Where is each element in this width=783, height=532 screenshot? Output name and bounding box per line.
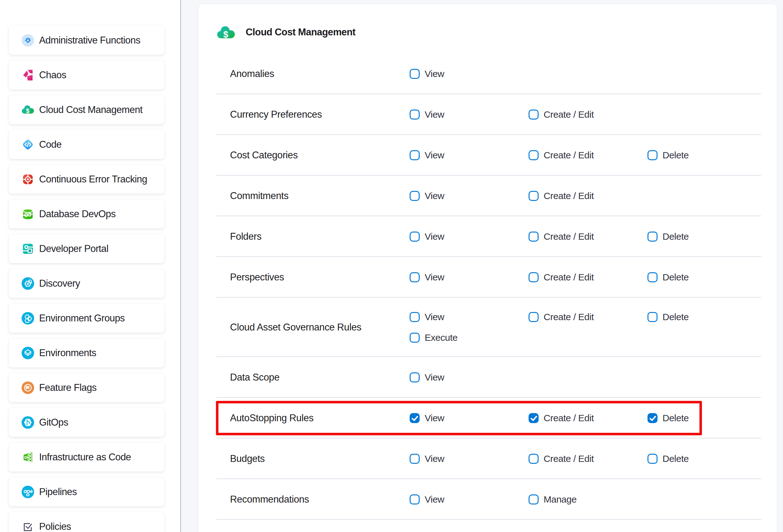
permission-label[interactable]: Delete [662, 312, 689, 322]
permission-label[interactable]: View [425, 150, 444, 160]
permission-rows: AnomaliesViewCurrency PreferencesViewCre… [198, 54, 777, 520]
permission-delete[interactable]: Delete [648, 150, 689, 160]
permission-delete[interactable]: Delete [648, 413, 689, 424]
sidebar-item-environments[interactable]: Environments [9, 338, 164, 367]
permission-view[interactable]: View [410, 150, 444, 160]
permission-view[interactable]: View [410, 109, 444, 120]
sidebar-item-infrastructure-as-code[interactable]: Infrastructure as Code [9, 442, 164, 472]
sidebar-item-feature-flags[interactable]: Feature Flags [9, 373, 164, 402]
permission-label[interactable]: View [425, 312, 444, 322]
checkbox-unchecked[interactable] [410, 191, 420, 201]
permission-create-edit[interactable]: Create / Edit [529, 272, 594, 283]
permission-row-perspectives: PerspectivesViewCreate / EditDelete [198, 257, 777, 298]
sidebar-item-continuous-error-tracking[interactable]: Continuous Error Tracking [9, 165, 164, 194]
permission-delete[interactable]: Delete [648, 453, 689, 464]
permission-label[interactable]: View [425, 453, 444, 464]
permission-view[interactable]: View [410, 372, 444, 383]
permission-label[interactable]: View [425, 109, 444, 120]
checkbox-unchecked[interactable] [529, 312, 539, 322]
checkbox-unchecked[interactable] [410, 372, 420, 382]
permission-label[interactable]: Create / Edit [543, 231, 594, 242]
sidebar-item-pipelines[interactable]: Pipelines [9, 477, 164, 506]
checkbox-unchecked[interactable] [410, 69, 420, 79]
checkbox-checked[interactable] [410, 413, 420, 423]
checkbox-unchecked[interactable] [410, 333, 420, 343]
checkbox-checked[interactable] [648, 413, 658, 423]
permission-label[interactable]: View [425, 231, 444, 242]
permission-label[interactable]: Delete [662, 272, 689, 283]
permission-create-edit[interactable]: Create / Edit [529, 413, 594, 424]
permission-delete[interactable]: Delete [648, 312, 689, 322]
permission-label[interactable]: View [425, 191, 444, 201]
permission-create-edit[interactable]: Create / Edit [529, 312, 594, 322]
checkbox-unchecked[interactable] [410, 312, 420, 322]
checkbox-unchecked[interactable] [529, 109, 539, 120]
checkbox-unchecked[interactable] [529, 495, 539, 504]
checkbox-unchecked[interactable] [529, 272, 539, 282]
permission-label[interactable]: Create / Edit [543, 109, 594, 120]
sidebar-item-discovery[interactable]: Discovery [9, 269, 164, 298]
sidebar-item-chaos[interactable]: Chaos [9, 60, 164, 90]
permission-label[interactable]: Create / Edit [543, 453, 594, 464]
permission-view[interactable]: View [410, 453, 444, 464]
checkbox-unchecked[interactable] [410, 272, 420, 282]
permission-create-edit[interactable]: Create / Edit [529, 231, 594, 242]
checkbox-unchecked[interactable] [648, 150, 658, 160]
checkbox-unchecked[interactable] [529, 454, 539, 464]
permission-manage[interactable]: Manage [529, 494, 576, 505]
permission-view[interactable]: View [410, 68, 444, 79]
checkbox-unchecked[interactable] [410, 454, 420, 464]
permission-create-edit[interactable]: Create / Edit [529, 150, 594, 160]
permission-label[interactable]: Create / Edit [543, 312, 594, 322]
checkbox-unchecked[interactable] [410, 109, 420, 120]
permission-label[interactable]: Create / Edit [543, 413, 594, 424]
permission-label[interactable]: View [425, 372, 444, 383]
checkbox-unchecked[interactable] [529, 231, 539, 242]
checkbox-unchecked[interactable] [410, 150, 420, 160]
checkbox-unchecked[interactable] [648, 231, 658, 242]
permission-label[interactable]: Delete [662, 150, 689, 160]
checkbox-unchecked[interactable] [410, 495, 420, 504]
permission-create-edit[interactable]: Create / Edit [529, 109, 594, 120]
permission-delete[interactable]: Delete [648, 272, 689, 283]
permission-execute[interactable]: Execute [410, 332, 458, 343]
checkbox-unchecked[interactable] [529, 191, 539, 201]
checkbox-unchecked[interactable] [648, 312, 658, 322]
permission-view[interactable]: View [410, 494, 444, 505]
permission-create-edit[interactable]: Create / Edit [529, 191, 594, 201]
checkbox-checked[interactable] [529, 413, 539, 423]
sidebar-item-database-devops[interactable]: Database DevOps [9, 199, 164, 228]
permission-view[interactable]: View [410, 413, 444, 424]
permission-create-edit[interactable]: Create / Edit [529, 453, 594, 464]
permission-label[interactable]: Delete [662, 413, 689, 424]
sidebar-item-label: GitOps [39, 417, 68, 428]
permission-label[interactable]: Create / Edit [543, 191, 594, 201]
sidebar-item-policies[interactable]: Policies [9, 512, 164, 532]
checkbox-unchecked[interactable] [529, 150, 539, 160]
sidebar-item-administrative-functions[interactable]: Administrative Functions [9, 26, 164, 55]
permission-view[interactable]: View [410, 231, 444, 242]
sidebar-item-cloud-cost-management[interactable]: $Cloud Cost Management [9, 95, 164, 124]
permission-label[interactable]: Create / Edit [543, 150, 594, 160]
permission-view[interactable]: View [410, 312, 444, 322]
permission-label[interactable]: Manage [543, 494, 576, 505]
sidebar-item-code[interactable]: Code [9, 130, 164, 159]
permission-label[interactable]: Execute [425, 332, 458, 343]
permission-delete[interactable]: Delete [648, 231, 689, 242]
permission-label[interactable]: Delete [662, 231, 689, 242]
sidebar-item-gitops[interactable]: GitOps [9, 408, 164, 437]
checkbox-unchecked[interactable] [648, 454, 658, 464]
permission-label[interactable]: Create / Edit [543, 272, 594, 283]
checkbox-unchecked[interactable] [648, 272, 658, 282]
permission-label[interactable]: Delete [662, 453, 689, 464]
permission-view[interactable]: View [410, 272, 444, 283]
pipelines-icon [22, 486, 34, 498]
permission-label[interactable]: View [425, 68, 444, 79]
sidebar-item-environment-groups[interactable]: Environment Groups [9, 304, 164, 333]
permission-view[interactable]: View [410, 191, 444, 201]
permission-label[interactable]: View [425, 413, 444, 424]
sidebar-item-developer-portal[interactable]: Developer Portal [9, 234, 164, 263]
permission-label[interactable]: View [425, 494, 444, 505]
permission-label[interactable]: View [425, 272, 444, 283]
checkbox-unchecked[interactable] [410, 231, 420, 242]
